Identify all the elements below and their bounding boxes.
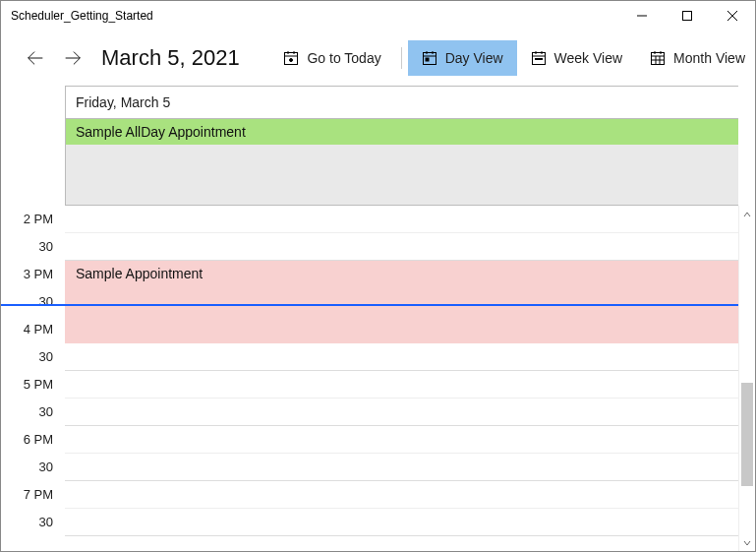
timeslot[interactable] xyxy=(65,509,738,536)
title-bar: Scheduler_Getting_Started xyxy=(1,1,755,31)
time-label: 3 PM xyxy=(1,261,65,288)
maximize-icon xyxy=(682,11,692,21)
window-controls xyxy=(619,1,755,31)
close-icon xyxy=(727,11,737,21)
toolbar-actions: Go to Today Day View Week View Month Vie… xyxy=(269,40,745,76)
week-view-label: Week View xyxy=(554,50,623,66)
week-view-button[interactable]: Week View xyxy=(517,40,637,76)
arrow-right-icon xyxy=(62,47,84,69)
month-view-label: Month View xyxy=(673,50,745,66)
time-label: 2 PM xyxy=(1,206,65,233)
day-view-button[interactable]: Day View xyxy=(408,40,517,76)
chevron-down-icon xyxy=(743,539,751,547)
svg-rect-1 xyxy=(683,11,692,20)
chevron-up-icon xyxy=(743,211,751,218)
calendar-month-icon xyxy=(650,50,666,66)
scheduler-toolbar: March 5, 2021 Go to Today Day View Week … xyxy=(1,31,755,86)
day-header[interactable]: Friday, March 5 xyxy=(65,86,738,119)
timeslot[interactable] xyxy=(65,206,738,233)
svg-rect-21 xyxy=(652,53,665,65)
svg-rect-15 xyxy=(426,58,429,61)
allday-appointment[interactable]: Sample AllDay Appointment xyxy=(66,119,738,145)
go-to-today-button[interactable]: Go to Today xyxy=(269,40,394,76)
timeslot[interactable] xyxy=(65,371,738,399)
appointment-title: Sample Appointment xyxy=(76,266,203,281)
minimize-icon xyxy=(637,11,647,21)
timeslot-grid[interactable]: Sample Appointment xyxy=(65,206,738,551)
minimize-button[interactable] xyxy=(619,1,665,31)
timeslot[interactable] xyxy=(65,454,738,481)
timeslot[interactable] xyxy=(65,481,738,509)
current-date-title: March 5, 2021 xyxy=(101,45,240,71)
timeslot[interactable] xyxy=(65,233,738,261)
time-label: 30 xyxy=(1,509,65,536)
time-label: 30 xyxy=(1,343,65,371)
day-view-label: Day View xyxy=(445,50,503,66)
time-label: 30 xyxy=(1,454,65,481)
close-button[interactable] xyxy=(710,1,755,31)
time-label: 30 xyxy=(1,399,65,426)
svg-rect-11 xyxy=(423,53,436,65)
arrow-left-icon xyxy=(25,47,46,69)
calendar-day-icon xyxy=(422,50,437,66)
time-label: 7 PM xyxy=(1,481,65,509)
calendar-today-icon xyxy=(283,50,299,66)
vertical-scrollbar[interactable] xyxy=(738,206,755,551)
calendar-week-icon xyxy=(531,50,547,66)
time-label: 30 xyxy=(1,288,65,316)
current-time-indicator xyxy=(1,304,738,306)
time-gutter-header-spacer xyxy=(1,86,65,206)
time-gutter: 2 PM 30 3 PM 30 4 PM 30 5 PM 30 6 PM 30 … xyxy=(1,206,65,551)
timeslot[interactable] xyxy=(65,426,738,454)
next-date-button[interactable] xyxy=(58,43,87,73)
time-label: 30 xyxy=(1,233,65,261)
svg-point-10 xyxy=(290,59,293,62)
toolbar-separator xyxy=(401,47,402,69)
go-to-today-label: Go to Today xyxy=(307,50,380,66)
maximize-button[interactable] xyxy=(665,1,710,31)
time-label: 6 PM xyxy=(1,426,65,454)
appointment[interactable]: Sample Appointment xyxy=(65,261,738,343)
day-column: Friday, March 5 Sample AllDay Appointmen… xyxy=(65,86,738,551)
window-title: Scheduler_Getting_Started xyxy=(11,9,153,23)
scroll-down-button[interactable] xyxy=(739,534,755,551)
scroll-up-button[interactable] xyxy=(739,206,755,222)
allday-zone[interactable]: Sample AllDay Appointment xyxy=(65,119,738,206)
time-label: 4 PM xyxy=(1,316,65,343)
month-view-button[interactable]: Month View xyxy=(636,40,745,76)
scrollbar-thumb[interactable] xyxy=(741,383,753,486)
time-label: 5 PM xyxy=(1,371,65,399)
prev-date-button[interactable] xyxy=(21,43,50,73)
scheduler-main: 2 PM 30 3 PM 30 4 PM 30 5 PM 30 6 PM 30 … xyxy=(1,86,755,551)
timeslot[interactable] xyxy=(65,399,738,426)
timeslot[interactable] xyxy=(65,343,738,371)
